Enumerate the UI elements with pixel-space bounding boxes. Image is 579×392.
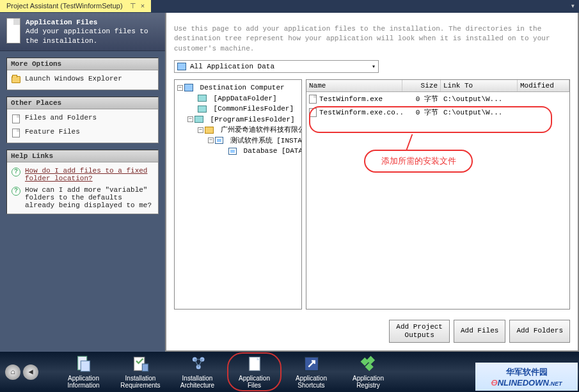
sidebar: Application Files Add your application f… <box>0 13 165 352</box>
window-dropdown-icon[interactable]: ▾ <box>571 1 575 11</box>
wizard-navbar: ⌂ ◀ Application Information Installation… <box>0 352 579 392</box>
tree-node-programfiles[interactable]: − [ProgramFilesFolder] <box>177 114 299 125</box>
sidebar-title: Application Files <box>26 19 97 26</box>
question-icon: ? <box>12 168 20 176</box>
item-label: Feature Files <box>25 128 80 136</box>
nav-home-button[interactable]: ⌂ <box>5 365 20 380</box>
nav-label: Application Information <box>67 375 99 389</box>
panel-more-options: More Options Launch Windows Explorer <box>6 58 159 90</box>
tree-node-database[interactable]: Database [DATABASE] <box>177 146 299 157</box>
page-icon <box>12 129 20 137</box>
nav-application-information[interactable]: Application Information <box>56 354 111 390</box>
panel-other-places: Other Places Files and Folders Feature F… <box>6 97 159 143</box>
close-icon[interactable]: × <box>141 2 145 10</box>
item-launch-explorer[interactable]: Launch Windows Explorer <box>8 73 157 87</box>
help-link-variable-folders[interactable]: ? How can I add more "variable" folders … <box>8 184 157 211</box>
combo-label: All Application Data <box>190 63 274 70</box>
tree-label: Database [DATABASE] <box>244 146 302 157</box>
tree-label: [ProgramFilesFolder] <box>210 114 295 125</box>
nav-application-registry[interactable]: Application Registry <box>341 354 395 390</box>
cell-name: TestWinform.exe <box>319 95 383 103</box>
config-icon <box>309 108 317 117</box>
tree-label: Destination Computer <box>200 82 285 93</box>
question-icon: ? <box>12 187 20 196</box>
cell-size: 0 字节 <box>402 93 441 104</box>
folder-icon <box>205 127 214 134</box>
col-mod[interactable]: Modified <box>518 80 569 91</box>
nav-back-button[interactable]: ◀ <box>23 365 38 380</box>
folder-icon <box>198 106 207 113</box>
tree-node-appdata[interactable]: [AppDataFolder] <box>177 93 299 104</box>
add-project-outputs-button[interactable]: Add Project Outputs <box>389 320 450 343</box>
help-link-label[interactable]: How do I add files to a fixed folder loc… <box>25 167 154 182</box>
nav-label: Application Registry <box>353 375 384 389</box>
col-name[interactable]: Name <box>306 80 402 91</box>
nav-application-files[interactable]: Application Files <box>227 352 282 391</box>
tree-node-root[interactable]: − Destination Computer <box>177 82 299 93</box>
nav-label: Installation Requirements <box>120 375 160 389</box>
watermark: 华军软件园 OONLINEDOWN.NETNLINEDOWN.NET <box>475 363 578 391</box>
list-row[interactable]: TestWinform.exe.co... 0 字节 C:\output\W..… <box>306 106 569 119</box>
add-folders-button[interactable]: Add Folders <box>509 320 570 343</box>
tree-node-installdir[interactable]: − 测试软件系统 [INSTALLDIR] <box>177 136 299 146</box>
sidebar-header: Application Files Add your application f… <box>0 13 165 51</box>
component-icon <box>228 148 237 155</box>
svg-rect-1 <box>81 361 90 371</box>
feature-combo[interactable]: All Application Data ▾ <box>174 60 379 73</box>
help-link-label: How can I add more "variable" folders to… <box>25 186 154 209</box>
destination-tree[interactable]: − Destination Computer [AppDataFolder] [… <box>174 79 302 309</box>
item-files-folders[interactable]: Files and Folders <box>8 112 157 126</box>
tab-label: Project Assistant (TestWinformSetup) <box>6 2 123 10</box>
nav-application-shortcuts[interactable]: Application Shortcuts <box>284 354 338 390</box>
content-area: Use this page to add your application fi… <box>165 13 579 352</box>
sidebar-subtitle: Add your application files to the instal… <box>26 27 148 44</box>
cell-link: C:\output\W... <box>441 95 518 104</box>
col-size[interactable]: Size <box>402 80 441 91</box>
cell-name: TestWinform.exe.co... <box>319 109 402 116</box>
col-link[interactable]: Link To <box>441 80 518 91</box>
caret-down-icon: ▾ <box>372 63 376 70</box>
nav-installation-architecture[interactable]: Installation Architecture <box>170 354 225 390</box>
add-files-button[interactable]: Add Files <box>454 320 505 343</box>
item-label: Files and Folders <box>25 114 97 122</box>
svg-rect-11 <box>366 356 374 365</box>
tree-label: 广州爱奇迪软件科技有限公司 <box>221 125 302 136</box>
help-link-fixed-folder[interactable]: ? How do I add files to a fixed folder l… <box>8 165 157 184</box>
nav-installation-requirements[interactable]: Installation Requirements <box>113 354 168 390</box>
page-icon <box>6 18 20 43</box>
file-list[interactable]: Name Size Link To Modified TestWinform.e… <box>306 79 570 309</box>
panel-title: More Options <box>7 58 158 70</box>
exe-icon <box>309 95 317 104</box>
tree-label: [AppDataFolder] <box>214 93 277 104</box>
list-header: Name Size Link To Modified <box>306 80 569 92</box>
folder-icon <box>12 76 20 83</box>
tree-label: 测试软件系统 [INSTALLDIR] <box>230 136 302 146</box>
component-icon <box>215 137 223 144</box>
monitor-icon <box>177 63 186 70</box>
page-description: Use this page to add your application fi… <box>166 13 578 60</box>
list-row[interactable]: TestWinform.exe 0 字节 C:\output\W... <box>306 92 569 106</box>
item-label: Launch Windows Explorer <box>25 75 122 82</box>
item-feature-files[interactable]: Feature Files <box>8 126 157 140</box>
page-icon <box>12 114 20 123</box>
computer-icon <box>184 84 193 91</box>
folder-icon <box>198 95 207 102</box>
watermark-en: OONLINEDOWN.NETNLINEDOWN.NET <box>491 378 562 388</box>
nav-label: Application Shortcuts <box>296 375 327 389</box>
cell-size: 0 字节 <box>402 107 441 118</box>
tree-label: [CommonFilesFolder] <box>214 104 294 114</box>
tab-project-assistant[interactable]: Project Assistant (TestWinformSetup) ⊤ × <box>0 0 151 12</box>
folder-icon <box>194 116 203 123</box>
nav-label: Installation Architecture <box>180 375 214 389</box>
panel-help-links: Help Links ? How do I add files to a fix… <box>6 150 159 214</box>
panel-title: Help Links <box>7 150 158 162</box>
svg-rect-3 <box>142 364 148 372</box>
pin-icon[interactable]: ⊤ <box>130 2 136 10</box>
tree-node-company[interactable]: − 广州爱奇迪软件科技有限公司 <box>177 125 299 136</box>
tree-node-commonfiles[interactable]: [CommonFilesFolder] <box>177 104 299 114</box>
cell-link: C:\output\W... <box>441 108 518 117</box>
panel-title: Other Places <box>7 97 158 109</box>
tab-bar: Project Assistant (TestWinformSetup) ⊤ ×… <box>0 0 579 13</box>
annotation-callout: 添加所需的安装文件 <box>364 150 473 173</box>
watermark-cn: 华军软件园 <box>506 366 548 378</box>
